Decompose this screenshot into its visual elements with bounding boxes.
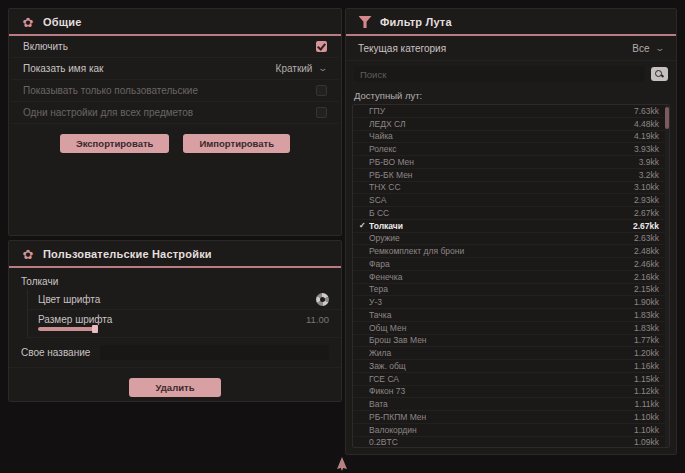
custom-name-input[interactable] (100, 345, 329, 360)
available-loot-label: Доступный лут: (346, 86, 676, 104)
loot-item-value: 1.09kk (634, 437, 659, 447)
loot-item-value: 1.83kk (634, 310, 659, 320)
general-panel: ✿ Общие Включить Показать имя как Кратки… (8, 8, 342, 236)
gear-icon: ✿ (21, 15, 35, 29)
settings-icon: ✿ (21, 247, 35, 261)
loot-item-value: 2.93kk (634, 195, 659, 205)
delete-button[interactable]: Удалить (129, 378, 221, 397)
loot-item-value: 1.16kk (634, 361, 659, 371)
mouse-cursor (337, 457, 347, 471)
font-size-value: 11.00 (306, 314, 329, 325)
slider-thumb[interactable] (92, 325, 98, 333)
loot-list-item[interactable]: ✓ SCA 2.93kk (353, 194, 669, 207)
category-select[interactable]: Все ⌄ (632, 43, 664, 54)
name-display-value: Краткий (276, 63, 313, 74)
category-value: Все (632, 43, 649, 54)
loot-list-item[interactable]: ✓ Брош Зав Мен 1.77kk (353, 335, 669, 348)
loot-item-value: 2.63kk (634, 233, 659, 243)
slider-fill (38, 327, 96, 331)
same-settings-label: Одни настройки для всех предметов (23, 107, 193, 118)
loot-list-item[interactable]: ✓ У-3 1.90kk (353, 296, 669, 309)
loot-list-item[interactable]: ✓ Фара 2.46kk (353, 258, 669, 271)
loot-list-item[interactable]: ✓ ГСЕ СА 1.15kk (353, 373, 669, 386)
loot-item-value: 2.15kk (634, 284, 659, 294)
loot-item-name: Фара (369, 259, 634, 269)
loot-item-name: Тачка (369, 310, 634, 320)
loot-item-name: РБ-БК Мен (369, 170, 639, 180)
loot-list-item[interactable]: ✓ Жила 1.20kk (353, 347, 669, 360)
loot-item-name: Тера (369, 284, 634, 294)
loot-item-name: Заж. общ (369, 361, 634, 371)
color-wheel-icon[interactable] (316, 293, 329, 306)
loot-item-value: 3.9kk (639, 157, 659, 167)
scrollbar-thumb[interactable] (665, 107, 669, 129)
loot-item-name: ГСЕ СА (369, 374, 634, 384)
enable-row: Включить (11, 36, 339, 58)
loot-filter-panel: Фильтр Лута Текущая категория Все ⌄ Дост… (345, 8, 677, 455)
item-settings-group: Цвет шрифта Размер шрифта 11.00 (27, 289, 341, 338)
loot-item-name: Оружие (369, 233, 634, 243)
loot-list-item[interactable]: ✓ РБ-БК Мен 3.2kk (353, 169, 669, 182)
loot-list-item[interactable]: ✓ ГПУ 7.63kk (353, 105, 669, 118)
loot-item-name: Толкачи (369, 221, 633, 231)
loot-list-item[interactable]: ✓ Оружие 2.63kk (353, 233, 669, 246)
loot-item-name: Фикон 73 (369, 386, 634, 396)
loot-item-name: Б СС (369, 208, 634, 218)
font-size-slider[interactable] (38, 327, 329, 331)
custom-settings-header: ✿ Пользовательские Настройки (9, 241, 341, 266)
loot-list-item[interactable]: ✓ Валокордин 1.10kk (353, 424, 669, 437)
loot-item-name: У-3 (369, 297, 634, 307)
search-input[interactable] (354, 66, 645, 82)
loot-item-name: ГПУ (369, 106, 634, 116)
loot-item-value: 3.2kk (639, 170, 659, 180)
loot-item-name: Вата (369, 399, 635, 409)
loot-item-name: Брош Зав Мен (369, 335, 634, 345)
loot-list-item[interactable]: ✓ 0.2BTC 1.09kk (353, 437, 669, 449)
general-panel-header: ✿ Общие (9, 9, 341, 34)
font-color-label: Цвет шрифта (38, 294, 100, 305)
loot-item-value: 1.90kk (634, 297, 659, 307)
loot-list-item[interactable]: ✓ Тера 2.15kk (353, 284, 669, 297)
loot-list-item[interactable]: ✓ Заж. общ 1.16kk (353, 360, 669, 373)
loot-item-value: 1.20kk (634, 348, 659, 358)
funnel-icon (358, 15, 372, 29)
enable-checkbox[interactable] (316, 41, 327, 52)
loot-item-name: Ролекс (369, 144, 634, 154)
only-custom-checkbox[interactable] (316, 85, 327, 96)
loot-item-value: 4.48kk (634, 119, 659, 129)
loot-item-name: Ремкомплект для брони (369, 246, 634, 256)
category-row: Текущая категория Все ⌄ (346, 36, 676, 61)
loot-list-item[interactable]: ✓ Фикон 73 1.12kk (353, 386, 669, 399)
custom-name-label: Свое название (21, 347, 90, 358)
loot-item-name: Жила (369, 348, 634, 358)
loot-list-item[interactable]: ✓ ТНХ СС 3.10kk (353, 182, 669, 195)
loot-list-item[interactable]: ✓ Фенечка 2.16kk (353, 271, 669, 284)
import-button[interactable]: Импортировать (183, 134, 290, 153)
same-settings-row: Одни настройки для всех предметов (11, 102, 339, 124)
loot-list-item[interactable]: ✓ Общ Мен 1.83kk (353, 322, 669, 335)
loot-list-item[interactable]: ✓ РБ-ПКПМ Мен 1.10kk (353, 411, 669, 424)
loot-item-name: ЛЕДХ СЛ (369, 119, 634, 129)
loot-list-item[interactable]: ✓ Ролекс 3.93kk (353, 143, 669, 156)
loot-item-value: 1.10kk (634, 412, 659, 422)
loot-list-item[interactable]: ✓ РБ-ВО Мен 3.9kk (353, 156, 669, 169)
enable-label: Включить (23, 41, 68, 52)
loot-list-item[interactable]: ✓ Толкачи 2.67kk (353, 220, 669, 233)
name-display-select[interactable]: Краткий ⌄ (276, 63, 327, 74)
loot-list-item[interactable]: ✓ Тачка 1.83kk (353, 309, 669, 322)
loot-list-item[interactable]: ✓ Б СС 2.67kk (353, 207, 669, 220)
custom-name-row: Свое название (9, 338, 341, 368)
loot-list-item[interactable]: ✓ Чайка 4.19kk (353, 131, 669, 144)
same-settings-checkbox[interactable] (316, 107, 327, 118)
selected-item-label: Толкачи (9, 268, 341, 289)
export-button[interactable]: Экспортировать (60, 134, 169, 153)
category-label: Текущая категория (358, 43, 446, 54)
loot-list-item[interactable]: ✓ ЛЕДХ СЛ 4.48kk (353, 118, 669, 131)
loot-list-item[interactable]: ✓ Вата 1.11kk (353, 398, 669, 411)
loot-filter-header: Фильтр Лута (346, 9, 676, 34)
loot-list-item[interactable]: ✓ Ремкомплект для брони 2.48kk (353, 245, 669, 258)
only-custom-label: Показывать только пользовательские (23, 85, 198, 96)
general-panel-title: Общие (43, 16, 82, 28)
search-button[interactable] (651, 67, 668, 81)
loot-item-value: 4.19kk (634, 131, 659, 141)
